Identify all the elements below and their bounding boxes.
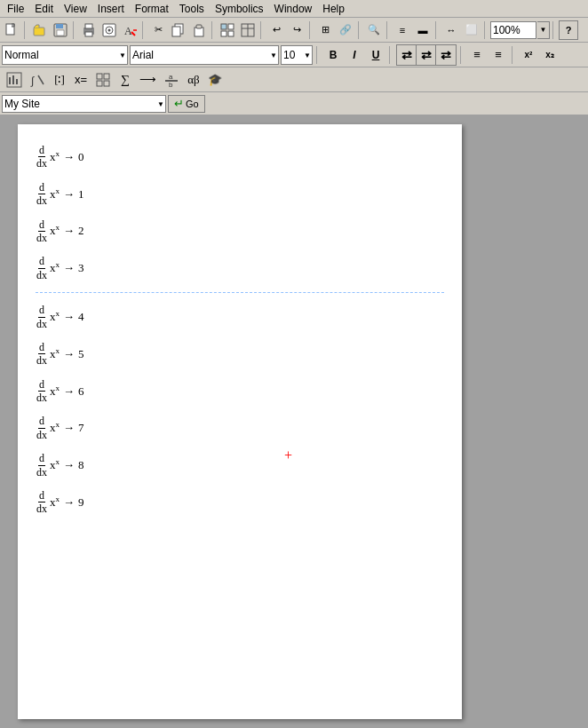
formula-line-0: d dx xx → 0 <box>36 144 444 170</box>
svg-rect-19 <box>228 31 234 36</box>
spellcheck-button[interactable]: A <box>120 20 139 40</box>
open-button[interactable] <box>30 20 50 40</box>
table-button[interactable]: ⊞ <box>315 20 335 40</box>
sep-fmt1 <box>316 46 320 64</box>
formula-line-4: d dx xx → 4 <box>36 304 444 330</box>
formula-btn-arrow[interactable]: ⟶ <box>137 70 159 90</box>
menu-help[interactable]: Help <box>317 1 350 17</box>
italic-button[interactable]: I <box>345 45 364 65</box>
menu-format[interactable]: Format <box>130 1 174 17</box>
align-group: ⇄ ⇄ ⇄ <box>396 44 457 66</box>
fraction-0: d dx <box>36 144 48 170</box>
formula-btn-2[interactable]: ∫ <box>27 70 48 90</box>
sep5 <box>260 21 264 39</box>
toolbar1: A ✂ ↩ ↪ ⊞ 🔗 🔍 ≡ ▬ ↔ ⬜ 100% ▼ ? <box>0 18 588 43</box>
align-left-button[interactable]: ⇄ <box>397 45 417 65</box>
find-button[interactable]: 🔍 <box>364 20 384 40</box>
menu-file[interactable]: File <box>2 1 29 17</box>
zoom-dropdown[interactable]: ▼ <box>537 21 550 39</box>
svg-rect-31 <box>97 81 102 86</box>
zoom-input[interactable]: 100% <box>490 21 536 39</box>
sep3 <box>142 21 146 39</box>
formula-btn-fraction[interactable]: ab <box>161 70 182 90</box>
fraction-3: d dx <box>36 255 48 281</box>
sep1 <box>24 21 28 39</box>
menu-symbolics[interactable]: Symbolics <box>210 1 269 17</box>
more2-button[interactable]: ▬ <box>413 20 433 40</box>
underline-button[interactable]: U <box>366 45 385 65</box>
svg-rect-30 <box>104 74 109 79</box>
toolbar3: ∫ [∶] x= ∑ ⟶ ab αβ 🎓 <box>0 67 588 92</box>
subscript-button[interactable]: x₂ <box>540 45 560 65</box>
doc-area: d dx xx → 0 d dx xx → 1 d dx xx → 2 <box>0 115 588 728</box>
go-button[interactable]: ↵ Go <box>168 95 205 113</box>
page: d dx xx → 0 d dx xx → 1 d dx xx → 2 <box>18 124 462 719</box>
insert-table-button[interactable] <box>238 20 258 40</box>
align-right-button[interactable]: ⇄ <box>436 45 456 65</box>
style-select[interactable]: Normal <box>2 45 128 65</box>
sep9 <box>435 21 439 39</box>
nav-site-input[interactable] <box>2 95 166 113</box>
svg-text:b: b <box>169 81 173 88</box>
font-select-wrapper: Arial <box>130 45 279 65</box>
formula-btn-matrix[interactable] <box>92 70 114 90</box>
more4-button[interactable]: ⬜ <box>462 20 481 40</box>
copy-button[interactable] <box>169 20 188 40</box>
formula-line-2: d dx xx → 2 <box>36 218 444 245</box>
size-select[interactable]: 10 <box>281 45 313 65</box>
redo-button[interactable]: ↪ <box>287 20 306 40</box>
superscript-button[interactable]: x² <box>519 45 538 65</box>
menu-window[interactable]: Window <box>269 1 318 17</box>
formula-line-6: d dx xx → 6 <box>36 378 444 405</box>
menubar: File Edit View Insert Format Tools Symbo… <box>0 0 588 18</box>
print-button[interactable] <box>79 20 99 40</box>
fraction-9: d dx <box>36 489 48 516</box>
nav-select-wrapper <box>2 95 166 113</box>
svg-rect-7 <box>85 32 92 36</box>
sep6 <box>309 21 313 39</box>
more1-button[interactable]: ≡ <box>393 20 412 40</box>
formula-line-3: d dx xx → 3 <box>36 255 444 281</box>
link-button[interactable]: 🔗 <box>336 20 355 40</box>
formula-btn-brackets[interactable]: [∶] <box>50 70 69 90</box>
undo-button[interactable]: ↩ <box>266 20 286 40</box>
sep-fmt2 <box>389 46 393 64</box>
svg-rect-18 <box>221 31 226 36</box>
preview-button[interactable] <box>99 20 119 40</box>
sep7 <box>358 21 362 39</box>
save-button[interactable] <box>51 20 70 40</box>
align-center-button[interactable]: ⇄ <box>417 45 436 65</box>
svg-text:A: A <box>124 25 132 37</box>
svg-rect-1 <box>34 28 44 36</box>
formula-btn-eq[interactable]: x= <box>71 70 91 90</box>
formula-line-5: d dx xx → 5 <box>36 341 444 368</box>
formula-btn-hat[interactable]: 🎓 <box>205 70 225 90</box>
formula-btn-1[interactable] <box>4 70 25 90</box>
font-select[interactable]: Arial <box>130 45 279 65</box>
svg-text:∫: ∫ <box>30 75 35 87</box>
red-cursor: + <box>284 447 292 463</box>
menu-view[interactable]: View <box>59 1 92 17</box>
menu-edit[interactable]: Edit <box>29 1 59 17</box>
formula-btn-sum[interactable]: ∑ <box>115 70 135 90</box>
more3-button[interactable]: ↔ <box>441 20 461 40</box>
list-ordered-button[interactable]: ≡ <box>489 45 508 65</box>
bold-button[interactable]: B <box>323 45 343 65</box>
help-button[interactable]: ? <box>559 20 578 40</box>
fraction-2: d dx <box>36 218 48 245</box>
paste-button[interactable] <box>189 20 209 40</box>
sep11 <box>552 21 556 39</box>
menu-insert[interactable]: Insert <box>92 1 130 17</box>
sep-fmt4 <box>512 46 515 64</box>
formula-line-1: d dx xx → 1 <box>36 181 444 208</box>
list-unordered-button[interactable]: ≡ <box>467 45 487 65</box>
svg-rect-32 <box>104 81 109 86</box>
new-button[interactable] <box>2 20 21 40</box>
fraction-4: d dx <box>36 304 48 330</box>
navbar: ↵ Go <box>0 92 588 115</box>
menu-tools[interactable]: Tools <box>174 1 210 17</box>
format-paint-button[interactable] <box>218 20 237 40</box>
cut-button[interactable]: ✂ <box>148 20 168 40</box>
formula-btn-alpha[interactable]: αβ <box>184 70 203 90</box>
svg-text:a: a <box>169 73 173 81</box>
